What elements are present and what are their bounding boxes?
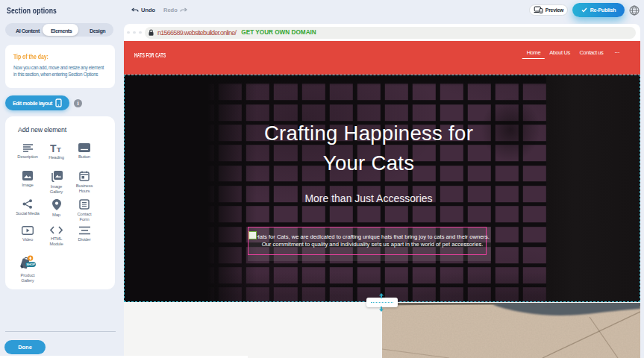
svg-text:SHOP: SHOP [26, 263, 35, 266]
svg-text:T: T [50, 143, 57, 153]
svg-text:T: T [57, 145, 61, 154]
